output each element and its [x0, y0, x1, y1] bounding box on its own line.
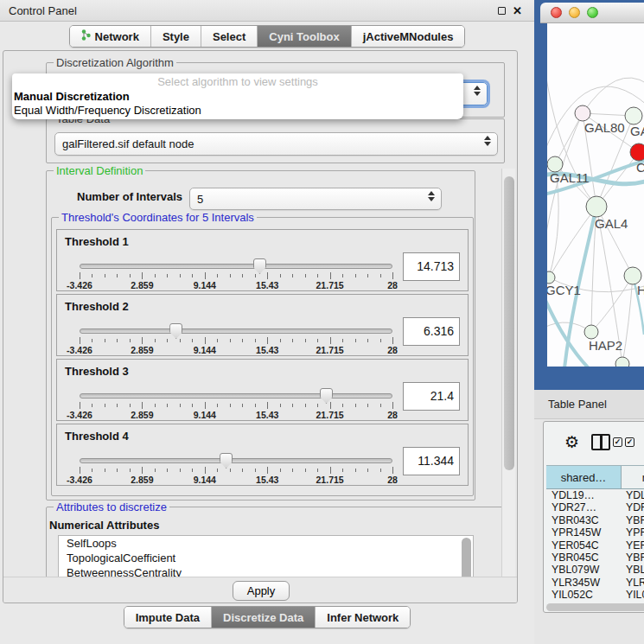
gear-icon[interactable]: ⚙	[564, 432, 579, 452]
table-horizontal-scrollbar[interactable]	[546, 603, 644, 611]
slider-track[interactable]	[80, 328, 392, 334]
tick-mark	[342, 404, 343, 407]
tick-mark	[317, 274, 318, 277]
apply-button[interactable]: Apply	[233, 581, 290, 601]
network-node-gcy1[interactable]	[547, 271, 555, 284]
column-header-name[interactable]: na	[622, 466, 644, 488]
tick-mark	[230, 404, 231, 407]
popup-item-manual-discretization[interactable]: Manual Discretization	[12, 90, 463, 104]
table-row[interactable]: YDL19…YDL1	[546, 489, 644, 501]
threshold-value-field[interactable]: 14.713	[403, 252, 460, 281]
numerical-attributes-label: Numerical Attributes	[49, 519, 159, 532]
split-columns-icon[interactable]	[591, 434, 610, 450]
network-node-gal4[interactable]	[586, 196, 607, 217]
tick-mark	[92, 274, 92, 277]
tick-mark	[117, 339, 118, 342]
tick-mark	[367, 469, 368, 472]
threshold-slider[interactable]: -3.4262.8599.14415.4321.71528	[80, 324, 392, 355]
cell-shared-name: YIL052C	[546, 589, 622, 601]
table-toolbar: ⚙ ✓ ✓	[544, 422, 644, 462]
cell-name: YBL0	[622, 564, 644, 576]
tick-mark	[142, 337, 143, 344]
tab-discretize-data[interactable]: Discretize Data	[212, 607, 316, 628]
tick-mark	[192, 339, 193, 342]
slider-track[interactable]	[80, 458, 392, 463]
network-node-red[interactable]	[630, 143, 644, 161]
cell-name: YIL0	[622, 589, 644, 601]
tick-mark	[192, 469, 193, 472]
network-edge	[555, 113, 583, 164]
algorithm-dropdown-popup: Select algorithm to view settings Manual…	[12, 73, 463, 119]
zoom-traffic-light[interactable]	[587, 7, 598, 18]
tick-mark	[242, 469, 243, 472]
tick-mark	[130, 469, 131, 472]
tick-mark	[155, 274, 156, 277]
cell-shared-name: YDR27…	[546, 501, 622, 513]
tab-network[interactable]: Network	[70, 26, 151, 47]
tick-label: -3.426	[67, 475, 92, 485]
table-row[interactable]: YBR043CYBR0	[546, 514, 644, 526]
tick-mark	[117, 404, 118, 407]
minimize-traffic-light[interactable]	[569, 7, 580, 18]
tab-infer-network[interactable]: Infer Network	[316, 607, 410, 628]
slider-track[interactable]	[80, 393, 392, 399]
table-row[interactable]: YBL079WYBL0	[546, 564, 644, 576]
tab-infer-network-label: Infer Network	[327, 611, 399, 624]
tick-mark	[230, 274, 231, 277]
table-row[interactable]: YPR145WYPR1	[546, 526, 644, 539]
panel-scrollbar-track[interactable]	[501, 169, 515, 577]
threshold-value-field[interactable]: 6.316	[403, 317, 460, 346]
tick-label: 2.859	[131, 345, 153, 355]
tab-cyni-toolbox[interactable]: Cyni Toolbox	[258, 26, 351, 47]
tick-mark	[217, 274, 218, 277]
panel-scrollbar-thumb[interactable]	[504, 176, 514, 470]
tick-mark	[80, 402, 80, 409]
tab-style[interactable]: Style	[151, 26, 201, 47]
threshold-slider[interactable]: -3.4262.8599.14415.4321.71528	[80, 389, 392, 420]
threshold-slider[interactable]: -3.4262.8599.14415.4321.71528	[80, 454, 392, 485]
table-row[interactable]: YBR045CYBR0	[546, 552, 644, 564]
table-row[interactable]: YIL052CYIL0	[546, 589, 644, 601]
threshold-value-field[interactable]: 11.344	[403, 447, 460, 475]
network-node-label: C	[636, 160, 644, 175]
slider-tick-labels: -3.4262.8599.14415.4321.71528	[80, 410, 392, 420]
network-node-ga[interactable]	[625, 107, 642, 124]
attribute-item[interactable]: TopologicalCoefficient	[59, 551, 473, 565]
tick-mark	[367, 339, 368, 342]
column-header-shared-name[interactable]: shared…	[546, 466, 622, 488]
popup-item-equal-width-frequency[interactable]: Equal Width/Frequency Discretization	[12, 104, 463, 118]
close-traffic-light[interactable]	[551, 7, 562, 18]
apply-row: Apply	[3, 577, 518, 603]
algorithm-placeholder: Select algorithm to view settings	[12, 73, 463, 90]
checkbox-icon[interactable]: ✓	[625, 437, 634, 447]
close-icon[interactable]: ✕	[513, 5, 522, 16]
slider-track[interactable]	[80, 264, 392, 269]
tab-select[interactable]: Select	[201, 26, 258, 47]
tick-mark	[130, 404, 131, 407]
tab-impute-data[interactable]: Impute Data	[124, 607, 212, 628]
table-data-combobox[interactable]: galFiltered.sif default node	[54, 132, 498, 156]
table-row[interactable]: YLR345WYLR3	[546, 577, 644, 589]
slider-ticks	[80, 337, 392, 345]
float-window-icon[interactable]	[498, 7, 506, 15]
table-row[interactable]: YDR27…YDR2	[546, 501, 644, 513]
tick-mark	[330, 337, 331, 344]
tab-jactivemnodules[interactable]: jActiveMNodules	[352, 26, 465, 47]
table-row[interactable]: YER054CYER0	[546, 539, 644, 552]
tab-style-label: Style	[163, 30, 189, 43]
network-node-hap2[interactable]	[584, 325, 598, 339]
network-node-b1[interactable]	[615, 357, 629, 367]
checkbox-icon[interactable]: ✓	[613, 437, 622, 447]
network-node-gal80[interactable]	[575, 105, 590, 121]
tick-mark	[355, 404, 356, 407]
network-node-h[interactable]	[624, 267, 641, 284]
threshold-slider[interactable]: -3.4262.8599.14415.4321.71528	[80, 259, 392, 290]
top-tab-bar: Network Style Select Cyni Toolbox jActiv…	[0, 25, 534, 48]
threshold-box: Threshold 2-3.4262.8599.14415.4321.71528…	[56, 294, 469, 356]
threshold-value-field[interactable]: 21.4	[403, 382, 460, 411]
slider-ticks	[80, 272, 392, 280]
tick-mark	[180, 404, 181, 407]
network-canvas[interactable]: GAL80GACGAL11GAL4GCY1HHAP2	[547, 23, 644, 367]
attribute-item[interactable]: SelfLoops	[59, 536, 473, 551]
number-of-intervals-combobox[interactable]: 5	[189, 188, 442, 210]
